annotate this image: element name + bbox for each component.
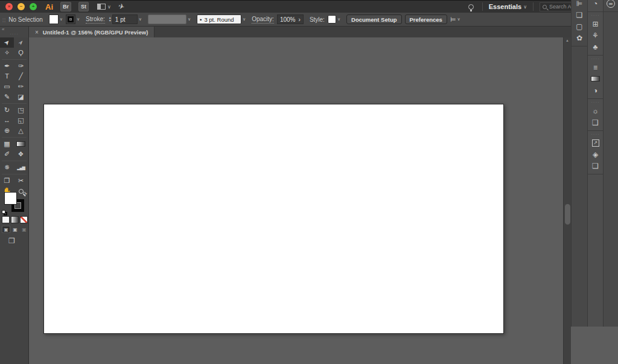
- vertical-scrollbar[interactable]: ▴: [563, 37, 571, 364]
- chevron-down-icon[interactable]: ∨: [60, 17, 63, 22]
- share-icon[interactable]: ✈: [117, 2, 125, 11]
- color-panel-button[interactable]: ◔: [588, 0, 603, 9]
- maximize-window-button[interactable]: +: [30, 3, 37, 10]
- type-tool[interactable]: T: [0, 71, 14, 81]
- chevron-down-icon[interactable]: ∨: [77, 17, 80, 22]
- chevron-down-icon[interactable]: ∨: [337, 17, 340, 22]
- default-fill-stroke-icon[interactable]: [2, 210, 8, 216]
- scale-tool[interactable]: ◳: [14, 105, 28, 115]
- minimize-window-button[interactable]: −: [18, 3, 25, 10]
- asset-export-panel-button[interactable]: ↗: [588, 137, 603, 148]
- document-title: Untitled-1 @ 156% (RGB/GPU Preview): [43, 29, 148, 36]
- brushes-panel-button[interactable]: ⚘: [588, 30, 603, 41]
- tools-panel-header: « ····: [0, 27, 29, 37]
- draw-inside-button[interactable]: ▣: [20, 226, 28, 233]
- draw-normal-button[interactable]: ▣: [2, 226, 10, 233]
- transparency-panel-icon: ◑: [593, 87, 597, 94]
- workspace-switcher[interactable]: Essentials: [489, 3, 521, 10]
- fill-color-swatch[interactable]: [49, 14, 59, 24]
- align-options-icon[interactable]: ⊨: [450, 16, 456, 24]
- fill-swatch[interactable]: [4, 192, 17, 205]
- artboards-panel-button[interactable]: ❏: [588, 160, 603, 171]
- magic-wand-tool[interactable]: ✧: [0, 48, 14, 58]
- chevron-down-icon[interactable]: ∨: [243, 17, 246, 22]
- stroke-panel-button[interactable]: ≡: [588, 62, 603, 73]
- chevron-down-icon[interactable]: ∨: [107, 4, 111, 10]
- cc-libraries-panel-button[interactable]: ∞: [604, 0, 618, 9]
- opacity-field[interactable]: 100% ›: [277, 14, 304, 24]
- none-button[interactable]: [20, 216, 28, 223]
- selection-tool[interactable]: ➤: [0, 37, 14, 48]
- opacity-arrow-icon[interactable]: ›: [299, 16, 301, 23]
- transform-panel-button[interactable]: ▢: [572, 21, 587, 32]
- color-themes-panel-button[interactable]: ✿: [572, 32, 587, 43]
- stroke-weight-field[interactable]: 1 pt: [112, 14, 138, 24]
- gradient-panel-button[interactable]: [588, 73, 603, 85]
- curvature-tool[interactable]: ✑: [14, 61, 28, 71]
- bridge-button[interactable]: Br: [60, 2, 71, 11]
- appearance-panel-button[interactable]: ☼: [588, 105, 603, 117]
- pathfinder-panel-button[interactable]: ❏: [572, 9, 587, 21]
- layers-panel-button[interactable]: ◈: [588, 148, 603, 160]
- eraser-tool[interactable]: ◪: [14, 92, 28, 102]
- stroke-color-swatch[interactable]: [66, 14, 75, 24]
- width-tool[interactable]: ↔: [0, 115, 14, 126]
- opacity-label[interactable]: Opacity:: [252, 16, 274, 24]
- pen-tool[interactable]: ✒: [0, 61, 14, 71]
- lasso-tool[interactable]: Ϙ: [14, 48, 28, 58]
- artboard[interactable]: [43, 104, 504, 334]
- scrollbar-thumb[interactable]: [565, 204, 570, 225]
- brush-definition-dropdown[interactable]: • 3 pt. Round: [197, 14, 241, 24]
- rotate-tool[interactable]: ↻: [0, 105, 14, 115]
- tools-panel: ➤ ➢ ✧ Ϙ ✒ ✑ T ╱ ▭ ✏ ✎ ◪: [0, 37, 29, 364]
- style-swatch[interactable]: [328, 15, 336, 24]
- lightbulb-icon[interactable]: [468, 4, 474, 10]
- transparency-panel-button[interactable]: ◑: [588, 85, 603, 96]
- artboard-tool[interactable]: ❐: [0, 176, 14, 186]
- gradient-button[interactable]: [11, 216, 19, 223]
- mesh-tool[interactable]: ▦: [0, 139, 14, 149]
- chevron-down-icon[interactable]: ∨: [139, 17, 142, 22]
- blend-tool[interactable]: ❖: [14, 149, 28, 159]
- pencil-tool[interactable]: ✎: [0, 92, 14, 102]
- eyedropper-tool[interactable]: ✐: [0, 149, 14, 159]
- close-window-button[interactable]: ×: [5, 3, 13, 10]
- free-transform-tool[interactable]: ◱: [14, 115, 28, 126]
- close-tab-icon[interactable]: ×: [35, 29, 39, 36]
- column-graph-tool[interactable]: ▂▄▆: [14, 162, 28, 173]
- preferences-button[interactable]: Preferences: [405, 14, 447, 24]
- paintbrush-tool[interactable]: ✏: [14, 81, 28, 92]
- graphic-styles-panel-button[interactable]: ❑: [588, 117, 603, 128]
- stock-button[interactable]: St: [78, 2, 89, 11]
- panel-group: ···· ☼ ❑: [588, 100, 603, 131]
- swatches-panel-button[interactable]: ⊞: [588, 18, 603, 30]
- symbol-sprayer-tool[interactable]: ✵: [0, 162, 14, 173]
- appearance-panel-icon: ☼: [592, 107, 599, 115]
- swap-fill-stroke-icon[interactable]: ↷: [22, 191, 27, 197]
- stroke-weight-stepper[interactable]: ▴ ▾: [109, 16, 111, 22]
- pencil-icon: ✎: [4, 94, 10, 100]
- canvas[interactable]: [29, 37, 563, 364]
- slice-tool[interactable]: ✂: [14, 176, 28, 186]
- align-panel-button[interactable]: ⊫: [572, 0, 587, 9]
- arrange-documents-icon[interactable]: [97, 4, 106, 10]
- direct-selection-tool[interactable]: ➢: [14, 37, 28, 48]
- stepper-down-icon[interactable]: ▾: [109, 19, 111, 22]
- chevron-down-icon[interactable]: ∨: [457, 17, 460, 22]
- symbols-panel-button[interactable]: ♣: [588, 41, 603, 53]
- perspective-grid-tool[interactable]: △: [14, 126, 28, 136]
- draw-behind-button[interactable]: ▣: [11, 226, 19, 233]
- chevron-down-icon[interactable]: ∨: [523, 4, 527, 10]
- opacity-value: 100%: [280, 16, 296, 23]
- document-setup-button[interactable]: Document Setup: [346, 14, 401, 24]
- line-segment-tool[interactable]: ╱: [14, 71, 28, 81]
- panel-dock: ···· ⊫ ❏ ▢ ✿ ···· ◔ ···· ⊞ ⚘ ♣ ···· ≡: [571, 0, 618, 327]
- rectangle-tool[interactable]: ▭: [0, 81, 14, 92]
- scroll-up-icon[interactable]: ▴: [564, 38, 571, 43]
- color-button[interactable]: [2, 216, 10, 223]
- document-tab[interactable]: × Untitled-1 @ 156% (RGB/GPU Preview): [29, 27, 154, 37]
- shape-builder-tool[interactable]: ⊕: [0, 126, 14, 136]
- screen-mode-button[interactable]: ❐: [8, 237, 15, 245]
- stroke-label[interactable]: Stroke:: [86, 16, 105, 24]
- gradient-tool[interactable]: [14, 139, 28, 149]
